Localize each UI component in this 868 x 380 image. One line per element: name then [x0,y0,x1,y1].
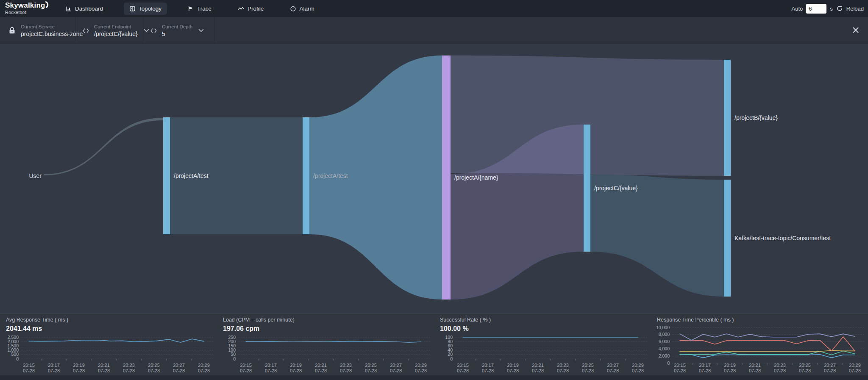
x-axis-date-label: 07-28 [507,368,519,373]
x-axis-tick-label: 20:21 [315,363,327,368]
nav-right-controls: Auto s Reload [792,0,864,17]
current-depth-section[interactable]: Current Depth 5 [143,17,215,44]
x-axis-date-label: 07-28 [340,368,352,373]
alarm-icon [290,6,296,12]
sankey-node-a-test-1[interactable] [163,117,170,234]
x-axis-tick-label: 20:17 [699,363,711,368]
x-axis-tick-label: 20:27 [390,363,402,368]
tab-label: Topology [139,6,161,12]
y-axis-tick-label: 8,000 [659,332,670,337]
reload-icon[interactable] [836,5,843,12]
sankey-node-a-test-2[interactable] [303,117,309,234]
sankey-node-label: /projectB/{value} [734,114,778,121]
sankey-node-label: /projectA/test [174,172,209,179]
x-axis-date-label: 07-28 [582,368,594,373]
sankey-node-kafka[interactable] [724,180,731,297]
x-axis-date-label: 07-28 [173,368,185,373]
x-axis-tick-label: 20:15 [240,363,252,368]
tab-trace[interactable]: Trace [182,3,217,15]
tab-topology[interactable]: Topology [124,3,167,15]
sankey-node-label: Kafka/test-trace-topic/Consumer/test [734,235,831,241]
x-axis-tick-label: 20:25 [365,363,377,368]
y-axis-tick-label: 0 [16,356,19,361]
x-axis-tick-label: 20:25 [799,363,811,368]
current-service-section[interactable]: Current Service projectC.business-zone [0,17,75,44]
x-axis-tick-label: 20:23 [123,363,135,368]
x-axis-tick-label: 20:29 [849,363,861,368]
sankey-link[interactable] [44,118,163,175]
series-line-avg-response-time [29,339,204,342]
x-axis-date-label: 07-28 [457,368,469,373]
tab-profile[interactable]: Profile [232,3,269,15]
x-axis-date-label: 07-28 [749,368,761,373]
sankey-node-a-name[interactable] [442,55,451,300]
x-axis-tick-label: 20:15 [674,363,686,368]
x-axis-date-label: 07-28 [265,368,277,373]
sankey-node-b-value[interactable] [724,60,731,176]
y-axis-tick-label: 0 [667,361,670,366]
endpoint-dependency-sankey: User/projectA/test/projectA/test/project… [0,44,868,313]
avg-response-time-chart: 2,5002,0001,5001,000500020:1507-2820:170… [0,318,217,376]
x-axis-date-label: 07-28 [98,368,110,373]
x-axis-date-label: 07-28 [532,368,544,373]
logo-subtitle: Rocketbot [5,10,50,15]
x-axis-tick-label: 20:21 [98,363,110,368]
trace-icon [188,6,194,12]
x-axis-date-label: 07-28 [73,368,85,373]
profile-icon [238,6,245,12]
x-axis-date-label: 07-28 [849,368,861,373]
sankey-link[interactable] [590,175,724,297]
x-axis-tick-label: 20:21 [749,363,761,368]
sankey-svg: User/projectA/test/projectA/test/project… [0,44,868,313]
y-axis-tick-label: 6,000 [659,339,670,344]
x-axis-date-label: 07-28 [774,368,786,373]
x-axis-tick-label: 20:19 [290,363,302,368]
skywalking-logo: Skywalking Rocketbot [5,1,50,15]
logo-text: Skywalking [5,1,45,10]
sankey-node-label: /projectA/{name} [454,174,498,181]
x-axis-tick-label: 20:27 [607,363,619,368]
tab-label: Alarm [299,6,314,12]
chart-panel-avg-response-time: Avg Response Time ( ms ) 2041.44 ms 2,50… [0,314,217,376]
tab-label: Trace [197,6,211,12]
y-axis-tick-label: 10,000 [656,325,670,330]
chart-panel-successful-rate: Successful Rate ( % ) 100.00 % 100806040… [434,314,651,376]
y-axis-tick-label: 4,000 [659,346,670,351]
auto-interval-input[interactable] [806,4,826,14]
series-line-p90 [680,351,855,352]
dashboard-icon [66,6,72,12]
x-axis-date-label: 07-28 [632,368,644,373]
sankey-node-label: User [29,172,42,179]
tab-dashboard[interactable]: Dashboard [60,3,108,15]
successful-rate-chart: 10080604020020:1507-2820:1707-2820:1907-… [434,318,651,376]
response-time-percentile-chart: 10,0008,0006,0004,0002,000020:1507-2820:… [651,318,868,376]
x-axis-tick-label: 20:19 [73,363,85,368]
current-endpoint-value: /projectC/{value} [94,31,138,37]
x-axis-date-label: 07-28 [315,368,327,373]
current-endpoint-section[interactable]: Current Endpoint /projectC/{value} [75,17,143,44]
x-axis-date-label: 07-28 [23,368,35,373]
x-axis-date-label: 07-28 [607,368,619,373]
chevron-down-icon[interactable] [198,29,204,33]
reload-label[interactable]: Reload [846,6,864,12]
close-icon[interactable] [852,26,860,35]
series-line-p99 [680,334,855,340]
x-axis-date-label: 07-28 [240,368,252,373]
x-axis-tick-label: 20:15 [23,363,35,368]
tab-alarm[interactable]: Alarm [284,3,320,15]
sankey-node-label: /projectC/{value} [594,185,638,191]
top-nav: Skywalking Rocketbot Dashboard Topology … [0,0,868,17]
nav-tabs: Dashboard Topology Trace Profile Alarm [60,0,320,17]
x-axis-tick-label: 20:23 [557,363,569,368]
x-axis-tick-label: 20:15 [457,363,469,368]
topology-filter-bar: Current Service projectC.business-zone C… [0,17,868,44]
x-axis-tick-label: 20:25 [148,363,160,368]
x-axis-tick-label: 20:23 [774,363,786,368]
x-axis-date-label: 07-28 [148,368,160,373]
filter-label: Current Endpoint [94,24,138,29]
y-axis-tick-label: 2,000 [659,353,670,358]
x-axis-date-label: 07-28 [415,368,427,373]
x-axis-tick-label: 20:29 [415,363,427,368]
metrics-panel-strip: Avg Response Time ( ms ) 2041.44 ms 2,50… [0,313,868,375]
sankey-node-c-value[interactable] [584,125,590,252]
